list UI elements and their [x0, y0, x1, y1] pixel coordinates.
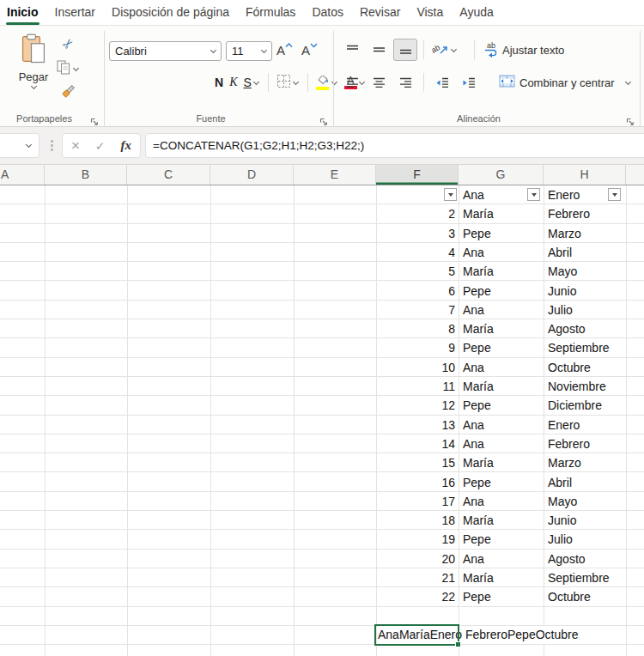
table-cell[interactable]: Mayo	[548, 492, 577, 511]
align-left-button[interactable]	[340, 71, 364, 94]
alignment-dialog-launcher-icon[interactable]	[626, 114, 635, 123]
table-cell[interactable]: Pepe	[463, 338, 491, 357]
paste-button[interactable]: Pegar	[12, 33, 55, 107]
table-cell[interactable]: Junio	[548, 282, 576, 301]
ribbon-tab[interactable]: Insertar	[55, 0, 95, 26]
table-cell[interactable]: Agosto	[548, 319, 586, 338]
fill-handle[interactable]	[455, 641, 461, 647]
cell-g1[interactable]: Ana	[463, 185, 484, 204]
table-cell[interactable]: Ana	[463, 301, 484, 319]
table-cell[interactable]: María	[463, 204, 494, 223]
table-cell[interactable]: Febrero	[548, 204, 590, 223]
column-header[interactable]: C	[127, 165, 210, 185]
table-cell[interactable]: 7	[376, 301, 455, 319]
column-header[interactable]: A	[0, 165, 45, 185]
table-cell[interactable]: 17	[376, 492, 455, 511]
column-header[interactable]: D	[210, 165, 294, 185]
table-cell[interactable]: 16	[376, 473, 455, 492]
decrease-indent-button[interactable]	[430, 71, 454, 94]
table-cell[interactable]: María	[463, 453, 494, 472]
ribbon-tab[interactable]: Revisar	[360, 0, 400, 26]
table-cell[interactable]: 14	[376, 434, 455, 453]
table-cell[interactable]: 5	[376, 262, 455, 281]
selected-cell[interactable]	[374, 624, 459, 646]
table-cell[interactable]: Diciembre	[548, 396, 602, 415]
table-cell[interactable]: 19	[376, 530, 455, 549]
orientation-button[interactable]: ab	[430, 39, 459, 61]
table-cell[interactable]: Marzo	[548, 453, 581, 472]
align-middle-button[interactable]	[367, 39, 391, 61]
table-cell[interactable]: 6	[376, 282, 455, 301]
table-cell[interactable]: 2	[376, 204, 455, 223]
table-cell[interactable]: Octubre	[548, 587, 591, 606]
table-cell[interactable]: 22	[376, 587, 455, 606]
table-cell[interactable]: Julio	[548, 301, 573, 319]
column-header[interactable]: G	[459, 165, 544, 185]
table-cell[interactable]: 8	[376, 319, 455, 338]
filter-dropdown-g[interactable]	[527, 188, 540, 201]
ribbon-tab[interactable]: Fórmulas	[246, 0, 295, 26]
formula-input[interactable]: =CONCATENAR(G1;G2;H1;H2;G3;H22;)	[145, 133, 644, 158]
increase-indent-button[interactable]	[457, 71, 481, 94]
filter-dropdown-f[interactable]	[444, 188, 457, 201]
cell-h1[interactable]: Enero	[548, 185, 580, 204]
table-cell[interactable]: Octubre	[548, 358, 591, 377]
table-cell[interactable]: Ana	[463, 416, 484, 434]
ribbon-tab[interactable]: Disposición de página	[112, 0, 229, 26]
ribbon-tab[interactable]: Vista	[416, 0, 443, 26]
column-header[interactable]	[626, 165, 644, 185]
ribbon-tab[interactable]: Inicio	[7, 0, 39, 26]
table-cell[interactable]: Abril	[548, 473, 572, 492]
wrap-text-button[interactable]: ab Ajustar texto	[484, 42, 564, 58]
cancel-button[interactable]: ×	[71, 138, 80, 153]
table-cell[interactable]: 13	[376, 416, 455, 434]
table-cell[interactable]: María	[463, 511, 494, 530]
table-cell[interactable]: 18	[376, 511, 455, 530]
table-cell[interactable]: Pepe	[463, 396, 491, 415]
clipboard-dialog-launcher-icon[interactable]	[90, 114, 99, 123]
underline-button[interactable]: S	[241, 71, 261, 94]
table-cell[interactable]: Abril	[548, 243, 572, 262]
table-cell[interactable]: 3	[376, 224, 455, 243]
table-cell[interactable]: Marzo	[548, 224, 581, 243]
increase-font-size-button[interactable]: A	[276, 41, 293, 64]
grid-body[interactable]: Ana Enero 2MaríaFebrero3PepeMarzo4AnaAbr…	[0, 185, 644, 656]
table-cell[interactable]: 4	[376, 243, 455, 262]
insert-function-button[interactable]: fx	[120, 138, 131, 153]
italic-button[interactable]: K	[228, 71, 239, 94]
copy-button[interactable]	[50, 58, 86, 79]
ribbon-tab[interactable]: Datos	[312, 0, 343, 26]
align-right-button[interactable]	[393, 71, 417, 94]
format-painter-button[interactable]	[50, 83, 86, 104]
font-name-select[interactable]: Calibri	[109, 41, 222, 61]
table-cell[interactable]: 20	[376, 550, 455, 568]
table-cell[interactable]: Pepe	[463, 224, 491, 243]
table-cell[interactable]: Septiembre	[548, 338, 610, 357]
table-cell[interactable]: 10	[376, 358, 455, 377]
table-cell[interactable]: 15	[376, 453, 455, 472]
table-cell[interactable]: Ana	[463, 358, 484, 377]
table-cell[interactable]: Enero	[548, 416, 580, 434]
merge-center-button[interactable]: Combinar y centrar	[499, 75, 632, 90]
table-cell[interactable]: Ana	[463, 550, 484, 568]
table-cell[interactable]: Ana	[463, 492, 484, 511]
table-cell[interactable]: Pepe	[463, 587, 491, 606]
table-cell[interactable]: Mayo	[548, 262, 577, 281]
table-cell[interactable]: Febrero	[548, 434, 590, 453]
table-cell[interactable]: Julio	[548, 530, 573, 549]
column-header[interactable]: B	[45, 165, 127, 185]
decrease-font-size-button[interactable]: A	[301, 41, 318, 64]
enter-button[interactable]: ✓	[95, 140, 106, 152]
table-cell[interactable]: María	[463, 377, 494, 396]
table-cell[interactable]: Septiembre	[548, 568, 610, 587]
table-cell[interactable]: María	[463, 568, 494, 587]
borders-button[interactable]	[275, 71, 301, 94]
column-header[interactable]: F	[376, 165, 459, 185]
column-header[interactable]: E	[294, 165, 376, 185]
table-cell[interactable]: Noviembre	[548, 377, 606, 396]
table-cell[interactable]: Ana	[463, 434, 484, 453]
table-cell[interactable]: Ana	[463, 243, 484, 262]
table-cell[interactable]: Pepe	[463, 282, 491, 301]
table-cell[interactable]: Pepe	[463, 530, 491, 549]
font-dialog-launcher-icon[interactable]	[319, 114, 328, 123]
